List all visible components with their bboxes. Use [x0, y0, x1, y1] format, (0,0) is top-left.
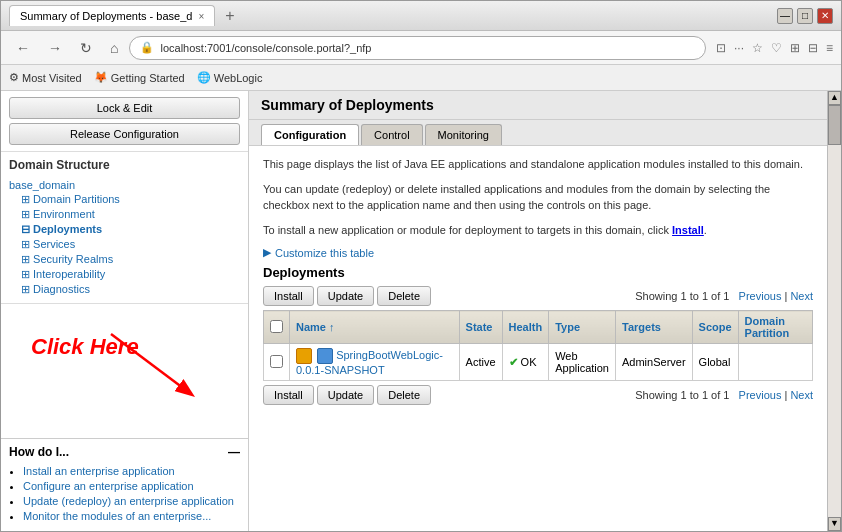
customize-label: Customize this table	[275, 247, 374, 259]
tree-item-environment[interactable]: ⊞ Environment	[9, 207, 240, 222]
minimize-button[interactable]: —	[777, 8, 793, 24]
targets-value: AdminServer	[622, 356, 686, 368]
tree-item-interoperability[interactable]: ⊞ Interoperability	[9, 267, 240, 282]
nav-bar: ← → ↻ ⌂ 🔒 localhost:7001/console/console…	[1, 31, 841, 65]
home-button[interactable]: ⌂	[103, 36, 125, 60]
row-checkbox[interactable]	[270, 355, 283, 368]
install-link[interactable]: Install	[672, 224, 704, 236]
select-all-checkbox[interactable]	[270, 320, 283, 333]
scroll-thumb[interactable]	[828, 105, 841, 145]
menu-icon[interactable]: ≡	[826, 41, 833, 55]
domain-structure-title: Domain Structure	[9, 158, 240, 172]
deployments-title: Deployments	[263, 265, 813, 280]
th-domain-partition[interactable]: Domain Partition	[738, 311, 812, 344]
table-controls-top: Install Update Delete Showing 1 to 1 of …	[263, 286, 813, 306]
services-link[interactable]: ⊞ Services	[21, 238, 75, 250]
th-state[interactable]: State	[459, 311, 502, 344]
showing-text-bottom: Showing 1 to 1 of 1 Previous | Next	[635, 389, 813, 401]
deployments-table: Name ↑ State Health Type	[263, 310, 813, 381]
address-bar[interactable]: 🔒 localhost:7001/console/console.portal?…	[129, 36, 706, 60]
getting-started-icon: 🦊	[94, 71, 108, 84]
refresh-button[interactable]: ↻	[73, 36, 99, 60]
th-checkbox	[264, 311, 290, 344]
bookmark-getting-started[interactable]: 🦊 Getting Started	[94, 71, 185, 84]
weblogic-icon: 🌐	[197, 71, 211, 84]
th-health[interactable]: Health	[502, 311, 549, 344]
how-do-i-content: Install an enterprise application Config…	[9, 465, 240, 522]
reader-icon[interactable]: ⊡	[716, 41, 726, 55]
tree-item-domain-partitions[interactable]: ⊞ Domain Partitions	[9, 192, 240, 207]
deployments-label: ⊟ Deployments	[21, 223, 102, 235]
how-do-i-header: How do I... —	[9, 445, 240, 459]
forward-button[interactable]: →	[41, 36, 69, 60]
browser-tab[interactable]: Summary of Deployments - base_d ×	[9, 5, 215, 26]
next-link-bottom[interactable]: Next	[790, 389, 813, 401]
bookmark-weblogic[interactable]: 🌐 WebLogic	[197, 71, 263, 84]
interoperability-link[interactable]: ⊞ Interoperability	[21, 268, 105, 280]
health-check-icon: ✔	[509, 356, 518, 368]
how-do-i-link-configure[interactable]: Configure an enterprise application	[23, 480, 194, 492]
security-realms-link[interactable]: ⊞ Security Realms	[21, 253, 113, 265]
close-button[interactable]: ✕	[817, 8, 833, 24]
bookmark-most-visited[interactable]: ⚙ Most Visited	[9, 71, 82, 84]
install-button-top[interactable]: Install	[263, 286, 314, 306]
how-do-i-title: How do I...	[9, 445, 69, 459]
row-state-cell: Active	[459, 344, 502, 381]
how-do-i-link-install[interactable]: Install an enterprise application	[23, 465, 175, 477]
environment-link[interactable]: ⊞ Environment	[21, 208, 95, 220]
row-scope-cell: Global	[692, 344, 738, 381]
sidebar: Lock & Edit Release Configuration Domain…	[1, 91, 249, 531]
tree-item-security-realms[interactable]: ⊞ Security Realms	[9, 252, 240, 267]
lock-edit-button[interactable]: Lock & Edit	[9, 97, 240, 119]
tab-configuration[interactable]: Configuration	[261, 124, 359, 145]
th-targets[interactable]: Targets	[616, 311, 693, 344]
row-health-cell: ✔ OK	[502, 344, 549, 381]
library-icon[interactable]: ⊞	[790, 41, 800, 55]
customize-table-link[interactable]: ▶ Customize this table	[263, 246, 813, 259]
back-button[interactable]: ←	[9, 36, 37, 60]
tree-item-services[interactable]: ⊞ Services	[9, 237, 240, 252]
tree-item-deployments[interactable]: ⊟ Deployments	[9, 222, 240, 237]
scroll-down-button[interactable]: ▼	[828, 517, 841, 531]
th-name[interactable]: Name ↑	[290, 311, 460, 344]
maximize-button[interactable]: □	[797, 8, 813, 24]
content-body: This page displays the list of Java EE a…	[249, 146, 827, 531]
install-button-bottom[interactable]: Install	[263, 385, 314, 405]
sidebar-toggle-icon[interactable]: ⊟	[808, 41, 818, 55]
how-do-i-link-monitor[interactable]: Monitor the modules of an enterprise...	[23, 510, 211, 522]
how-do-i-collapse-icon[interactable]: —	[228, 445, 240, 459]
tree-item-diagnostics[interactable]: ⊞ Diagnostics	[9, 282, 240, 297]
scroll-up-button[interactable]: ▲	[828, 91, 841, 105]
tab-monitoring[interactable]: Monitoring	[425, 124, 502, 145]
previous-link-bottom[interactable]: Previous	[739, 389, 782, 401]
scroll-track[interactable]	[828, 105, 841, 517]
tree-item-base-domain[interactable]: base_domain	[9, 178, 240, 192]
more-button[interactable]: ···	[734, 41, 744, 55]
diagnostics-link[interactable]: ⊞ Diagnostics	[21, 283, 90, 295]
window-controls: — □ ✕	[777, 8, 833, 24]
scrollbar[interactable]: ▲ ▼	[827, 91, 841, 531]
table-buttons-bottom: Install Update Delete	[263, 385, 431, 405]
heart-icon[interactable]: ♡	[771, 41, 782, 55]
update-button-top[interactable]: Update	[317, 286, 374, 306]
th-scope[interactable]: Scope	[692, 311, 738, 344]
previous-link-top[interactable]: Previous	[739, 290, 782, 302]
update-button-bottom[interactable]: Update	[317, 385, 374, 405]
deploy-icon	[296, 348, 312, 364]
delete-button-top[interactable]: Delete	[377, 286, 431, 306]
deployments-section: Deployments Install Update Delete Showin…	[263, 265, 813, 405]
most-visited-label: Most Visited	[22, 72, 82, 84]
tab-close-button[interactable]: ×	[198, 11, 204, 22]
tab-control[interactable]: Control	[361, 124, 422, 145]
next-link-top[interactable]: Next	[790, 290, 813, 302]
most-visited-icon: ⚙	[9, 71, 19, 84]
release-config-button[interactable]: Release Configuration	[9, 123, 240, 145]
table-controls-bottom: Install Update Delete Showing 1 to 1 of …	[263, 385, 813, 405]
bookmark-star-icon[interactable]: ☆	[752, 41, 763, 55]
th-type[interactable]: Type	[549, 311, 616, 344]
delete-button-bottom[interactable]: Delete	[377, 385, 431, 405]
how-do-i-link-update[interactable]: Update (redeploy) an enterprise applicat…	[23, 495, 234, 507]
new-tab-button[interactable]: +	[221, 7, 238, 25]
domain-partitions-link[interactable]: ⊞ Domain Partitions	[21, 193, 120, 205]
base-domain-link[interactable]: base_domain	[9, 179, 75, 191]
